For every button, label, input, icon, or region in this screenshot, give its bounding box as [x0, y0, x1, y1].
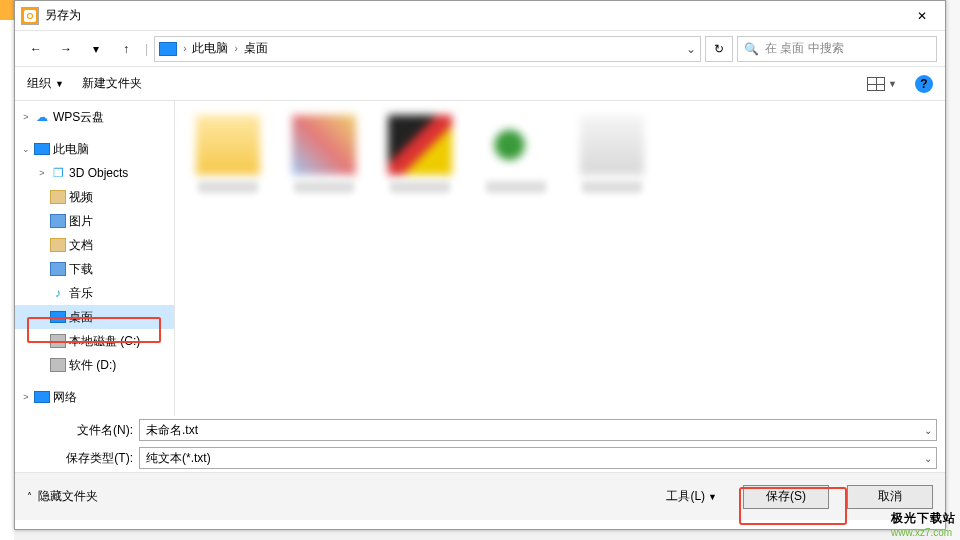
watermark-url: www.xz7.com: [891, 527, 956, 538]
close-button[interactable]: ✕: [899, 1, 945, 31]
expand-arrow-icon[interactable]: >: [21, 112, 31, 122]
tree-item-网络[interactable]: >网络: [15, 385, 174, 409]
tree-label: 网络: [53, 389, 77, 406]
arrow-left-icon: ←: [30, 42, 42, 56]
chevron-down-icon: ▼: [888, 79, 897, 89]
help-button[interactable]: ?: [915, 75, 933, 93]
new-folder-button[interactable]: 新建文件夹: [82, 75, 142, 92]
save-as-dialog: O 另存为 ✕ ← → ▾ ↑ | › 此电脑 › 桌面 ⌄ ↻ 🔍 在 桌面 …: [14, 0, 946, 530]
organize-label: 组织: [27, 75, 51, 92]
tree-label: 本地磁盘 (C:): [69, 333, 140, 350]
search-input[interactable]: 🔍 在 桌面 中搜索: [737, 36, 937, 62]
recent-dropdown[interactable]: ▾: [83, 36, 109, 62]
expand-arrow-icon[interactable]: >: [37, 168, 47, 178]
organize-menu[interactable]: 组织▼: [27, 75, 64, 92]
grid-icon: [867, 77, 885, 91]
tree-label: WPS云盘: [53, 109, 104, 126]
tree-item-文档[interactable]: 文档: [15, 233, 174, 257]
chevron-right-icon: ›: [181, 43, 188, 54]
chevron-down-icon: ▼: [55, 79, 64, 89]
folder-thumbnail[interactable]: [291, 115, 357, 193]
tree-label: 文档: [69, 237, 93, 254]
folder-thumbnail[interactable]: [579, 115, 645, 193]
bottom-bar: ˄ 隐藏文件夹 工具(L)▼ 保存(S) 取消: [15, 472, 945, 520]
folder-thumbnail[interactable]: [483, 115, 549, 193]
tree-item-本地磁盘 (C:)[interactable]: 本地磁盘 (C:): [15, 329, 174, 353]
tree-item-3D Objects[interactable]: >❐3D Objects: [15, 161, 174, 185]
folder-thumbnail[interactable]: [387, 115, 453, 193]
new-folder-label: 新建文件夹: [82, 75, 142, 92]
blue-icon: [50, 214, 66, 228]
file-area[interactable]: [175, 101, 945, 416]
filename-value: 未命名.txt: [146, 422, 198, 439]
folder-icon: [50, 190, 66, 204]
tree-item-软件 (D:)[interactable]: 软件 (D:): [15, 353, 174, 377]
view-mode-button[interactable]: ▼: [867, 77, 897, 91]
watermark: 极光下载站 www.xz7.com: [891, 507, 956, 538]
filetype-select[interactable]: 纯文本(*.txt) ⌄: [139, 447, 937, 469]
background-right-fragment: [946, 0, 960, 540]
help-icon: ?: [920, 77, 927, 91]
chevron-down-icon: ▾: [93, 42, 99, 56]
tree-item-下载[interactable]: 下载: [15, 257, 174, 281]
chevron-down-icon[interactable]: ⌄: [686, 42, 696, 56]
search-placeholder: 在 桌面 中搜索: [765, 40, 844, 57]
chevron-right-icon: ›: [232, 43, 239, 54]
back-button[interactable]: ←: [23, 36, 49, 62]
tree-item-视频[interactable]: 视频: [15, 185, 174, 209]
chevron-up-icon: ˄: [27, 491, 32, 502]
app-icon: O: [21, 7, 39, 25]
expand-arrow-icon[interactable]: >: [21, 392, 31, 402]
tree-label: 3D Objects: [69, 166, 128, 180]
toolbar: 组织▼ 新建文件夹 ▼ ?: [15, 67, 945, 101]
tree-label: 桌面: [69, 309, 93, 326]
tools-label: 工具(L): [666, 488, 705, 505]
arrow-up-icon: ↑: [123, 42, 129, 56]
separator: |: [145, 42, 148, 56]
tree-label: 下载: [69, 261, 93, 278]
folder-tree[interactable]: >☁WPS云盘⌄此电脑>❐3D Objects视频图片文档下载♪音乐桌面本地磁盘…: [15, 101, 175, 416]
monitor-icon: [34, 143, 50, 155]
blue-icon: [50, 262, 66, 276]
forward-button[interactable]: →: [53, 36, 79, 62]
folder-thumbnail[interactable]: [195, 115, 261, 193]
folder-icon: [50, 238, 66, 252]
search-icon: 🔍: [744, 42, 759, 56]
nav-row: ← → ▾ ↑ | › 此电脑 › 桌面 ⌄ ↻ 🔍 在 桌面 中搜索: [15, 31, 945, 67]
tree-label: 图片: [69, 213, 93, 230]
close-icon: ✕: [917, 9, 927, 23]
tree-item-WPS云盘[interactable]: >☁WPS云盘: [15, 105, 174, 129]
address-bar[interactable]: › 此电脑 › 桌面 ⌄: [154, 36, 701, 62]
dialog-body: >☁WPS云盘⌄此电脑>❐3D Objects视频图片文档下载♪音乐桌面本地磁盘…: [15, 101, 945, 416]
chevron-down-icon[interactable]: ⌄: [924, 425, 932, 436]
chevron-down-icon[interactable]: ⌄: [924, 453, 932, 464]
breadcrumb-current[interactable]: 桌面: [244, 40, 268, 57]
tree-item-桌面[interactable]: 桌面: [15, 305, 174, 329]
tree-label: 音乐: [69, 285, 93, 302]
cloud-icon: ☁: [34, 110, 50, 124]
tree-item-音乐[interactable]: ♪音乐: [15, 281, 174, 305]
hide-folders-toggle[interactable]: ˄ 隐藏文件夹: [27, 488, 98, 505]
cancel-button[interactable]: 取消: [847, 485, 933, 509]
expand-arrow-icon[interactable]: ⌄: [21, 144, 31, 154]
filename-row: 文件名(N): 未命名.txt ⌄: [15, 416, 945, 444]
cube-icon: ❐: [50, 166, 66, 180]
this-pc-icon: [159, 42, 177, 56]
filetype-label: 保存类型(T):: [15, 450, 139, 467]
refresh-button[interactable]: ↻: [705, 36, 733, 62]
chevron-down-icon: ▼: [708, 492, 717, 502]
tools-menu[interactable]: 工具(L)▼: [658, 484, 725, 509]
filename-input[interactable]: 未命名.txt ⌄: [139, 419, 937, 441]
up-button[interactable]: ↑: [113, 36, 139, 62]
breadcrumb-root[interactable]: 此电脑: [192, 40, 228, 57]
tree-item-图片[interactable]: 图片: [15, 209, 174, 233]
arrow-right-icon: →: [60, 42, 72, 56]
tree-label: 软件 (D:): [69, 357, 116, 374]
save-button[interactable]: 保存(S): [743, 485, 829, 509]
tree-label: 视频: [69, 189, 93, 206]
monitor-icon: [50, 311, 66, 323]
disk-icon: [50, 358, 66, 372]
tree-item-此电脑[interactable]: ⌄此电脑: [15, 137, 174, 161]
cancel-label: 取消: [878, 488, 902, 505]
filetype-value: 纯文本(*.txt): [146, 450, 211, 467]
